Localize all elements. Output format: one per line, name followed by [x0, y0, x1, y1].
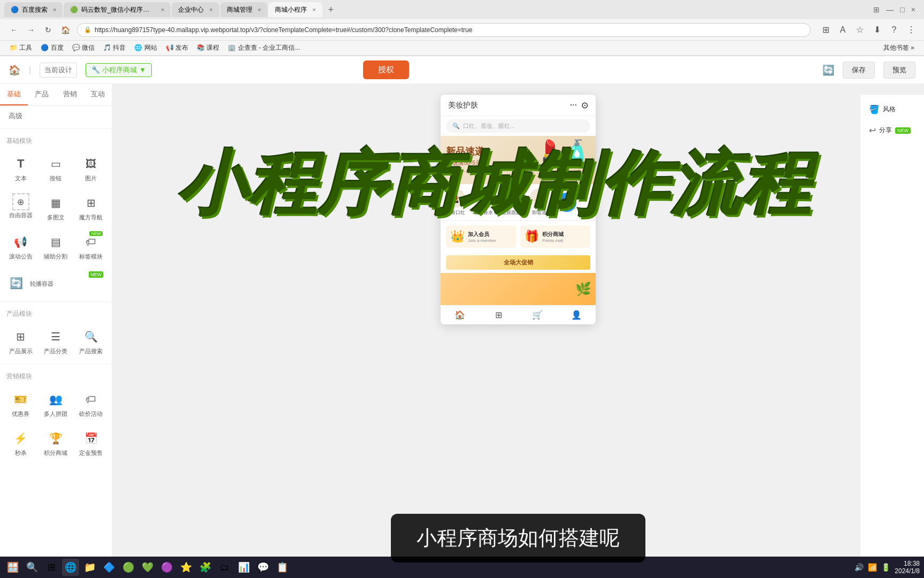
sidebar-item-bargain[interactable]: 🏷 砍价活动 [74, 385, 107, 422]
sidebar-item-points-mall[interactable]: 🏆 积分商城 [40, 424, 73, 461]
star-icon[interactable]: ☆ [853, 24, 866, 36]
taskbar-excel[interactable]: 📊 [235, 559, 252, 576]
bookmark-course[interactable]: 📚 课程 [194, 42, 222, 54]
tab-shop-mgmt[interactable]: 商城管理 × [220, 2, 267, 17]
download-icon[interactable]: ⬇ [871, 24, 883, 36]
url-input[interactable]: 🔒 https://huang897157type-40.mallapp.vip… [77, 23, 811, 37]
tab-close-enterprise[interactable]: × [209, 6, 212, 13]
right-panel-style[interactable]: 🪣 风格 [865, 101, 920, 118]
right-panel-share[interactable]: ↩ 分享 NEW [865, 122, 920, 139]
start-button[interactable]: 🪟 [4, 559, 21, 576]
tab-basic[interactable]: 基础 [0, 84, 28, 105]
tab-close-mallapp[interactable]: × [161, 6, 164, 13]
sidebar-item-product-display[interactable]: ⊞ 产品展示 [4, 323, 37, 360]
tab-list-icon[interactable]: ⊞ [873, 5, 880, 14]
tab-baidu[interactable]: 🔵 百度搜索 × [4, 2, 63, 17]
taskbar-edge[interactable]: 🔷 [101, 559, 118, 576]
phone-search[interactable]: 🔍 口红、底妆、眼红... [446, 119, 590, 133]
auth-button[interactable]: 授权 [363, 60, 409, 79]
support-icon[interactable]: 🔄 [822, 64, 834, 76]
tab-close-baidu[interactable]: × [53, 6, 56, 13]
home-icon[interactable]: 🏠 [9, 64, 20, 76]
tab-miniapp[interactable]: 商城小程序 × [268, 2, 322, 17]
home-button[interactable]: 🏠 [58, 22, 73, 37]
maximize-icon[interactable]: □ [900, 5, 904, 14]
sidebar-item-product-search[interactable]: 🔍 产品搜索 [74, 323, 107, 360]
cta-points[interactable]: 🎁 积分商城 Points mall [520, 225, 590, 248]
sidebar-item-magic-nav[interactable]: ⊞ 魔方导航 [74, 189, 107, 226]
help-icon[interactable]: ? [888, 24, 900, 36]
tray-icon-1[interactable]: 🔊 [854, 563, 864, 572]
taskbar-app4[interactable]: ⭐ [178, 559, 195, 576]
sidebar-item-free-container[interactable]: ⊕ 自由容器 [4, 189, 37, 226]
cat-remover[interactable]: ✨ 卸妆油 [529, 188, 549, 216]
tray-icon-3[interactable]: 🔋 [881, 563, 890, 572]
sidebar-item-product-category[interactable]: ☰ 产品分类 [40, 323, 73, 360]
sidebar-item-carousel[interactable]: 🔄 轮播容器 NEW [4, 269, 107, 297]
new-tab-button[interactable]: + [324, 2, 338, 17]
design-mode-selector[interactable]: 当前设计 [40, 63, 77, 78]
bottom-nav-home[interactable]: 🏠 [441, 308, 480, 322]
settings-icon[interactable]: ⋮ [905, 24, 918, 36]
bookmark-douyin[interactable]: 🎵 抖音 [100, 42, 129, 54]
tab-close-miniapp[interactable]: × [312, 6, 315, 13]
forward-button[interactable]: → [24, 22, 38, 37]
sidebar-item-marquee[interactable]: 📢 滚动公告 [4, 228, 37, 265]
bookmark-baidu[interactable]: 🔵 百度 [37, 42, 66, 54]
bookmark-others[interactable]: 其他书签 » [880, 42, 918, 54]
back-button[interactable]: ← [6, 22, 21, 37]
taskbar-app3[interactable]: 🟣 [158, 559, 175, 576]
tray-icon-2[interactable]: 📶 [868, 563, 877, 572]
sidebar-item-multigallery[interactable]: ▦ 多图文 [40, 189, 73, 226]
cta-membership[interactable]: 👑 加入会员 Join a member [446, 225, 516, 248]
taskbar-app2[interactable]: 💚 [139, 559, 156, 576]
minimize-icon[interactable]: — [886, 5, 894, 14]
sidebar-item-image[interactable]: 🖼 图片 [74, 150, 107, 187]
close-icon[interactable]: × [911, 5, 915, 14]
bottom-nav-cart[interactable]: 🛒 [518, 308, 557, 322]
miniapp-selector[interactable]: 🔧 小程序商城 ▼ [86, 63, 152, 77]
preview-button[interactable]: 预览 [883, 62, 915, 79]
taskbar-wechat[interactable]: 💬 [255, 559, 272, 576]
taskbar-explorer[interactable]: 📁 [81, 559, 98, 576]
sidebar-advanced[interactable]: 高级 [4, 108, 107, 124]
bookmark-tools[interactable]: 📁 工具 [6, 42, 35, 54]
sidebar-item-flash-sale[interactable]: ⚡ 秒杀 [4, 424, 37, 461]
taskview-button[interactable]: ⊞ [43, 559, 60, 576]
sidebar-item-text[interactable]: T 文本 [4, 150, 37, 187]
sidebar-item-group-buy[interactable]: 👥 多人拼团 [40, 385, 73, 422]
bookmark-website[interactable]: 🌐 网站 [131, 42, 160, 54]
taskbar-app6[interactable]: 🗂 [216, 559, 233, 576]
bottom-nav-profile[interactable]: 👤 [557, 308, 596, 322]
tab-marketing[interactable]: 营销 [56, 84, 84, 105]
cat-lipstick[interactable]: 💄 唇膏口红 [446, 188, 465, 216]
extensions-icon[interactable]: ⊞ [819, 24, 832, 36]
tab-interactive[interactable]: 互动 [84, 84, 112, 105]
translate-icon[interactable]: A [836, 24, 849, 36]
bottom-nav-category[interactable]: ⊞ [480, 308, 519, 322]
taskbar-app5[interactable]: 🧩 [197, 559, 214, 576]
tab-product[interactable]: 产品 [28, 84, 56, 105]
sidebar-item-divider[interactable]: ▤ 辅助分割 [40, 228, 73, 265]
more-icon[interactable]: ··· [570, 100, 577, 110]
bookmark-qicha[interactable]: 🏢 企查查 - 企业工商信... [225, 42, 303, 54]
taskbar-chrome[interactable]: 🌐 [62, 559, 79, 576]
reload-button[interactable]: ↻ [41, 22, 56, 37]
tab-enterprise[interactable]: 企业中心 × [172, 2, 219, 17]
sidebar-item-deposit[interactable]: 📅 定金预售 [74, 424, 107, 461]
tab-mallapp[interactable]: 🟢 码云数智_微信小程序制作平台 🛠 × [64, 2, 171, 17]
taskbar-app1[interactable]: 🟢 [120, 559, 137, 576]
sidebar-item-coupon[interactable]: 🎫 优惠券 [4, 385, 37, 422]
bookmark-publish[interactable]: 📢 发布 [163, 42, 191, 54]
cat-more[interactable]: 📞 [557, 193, 576, 212]
cat-perfume[interactable]: 🌸 彩妆香水 [474, 188, 493, 216]
camera-icon[interactable]: ⊙ [581, 100, 588, 110]
tab-close-shop-mgmt[interactable]: × [258, 6, 261, 13]
clock[interactable]: 18:38 2024/1/8 [895, 560, 920, 575]
search-taskbar[interactable]: 🔍 [24, 559, 41, 576]
sidebar-item-button[interactable]: ▭ 按钮 [40, 150, 73, 187]
bookmark-wechat[interactable]: 💬 微信 [69, 42, 98, 54]
save-button[interactable]: 保存 [843, 62, 875, 79]
sidebar-item-tags[interactable]: 🏷NEW 标签模块 [74, 228, 107, 265]
cat-eyemask[interactable]: 👁 眼膜面膜 [502, 188, 521, 216]
